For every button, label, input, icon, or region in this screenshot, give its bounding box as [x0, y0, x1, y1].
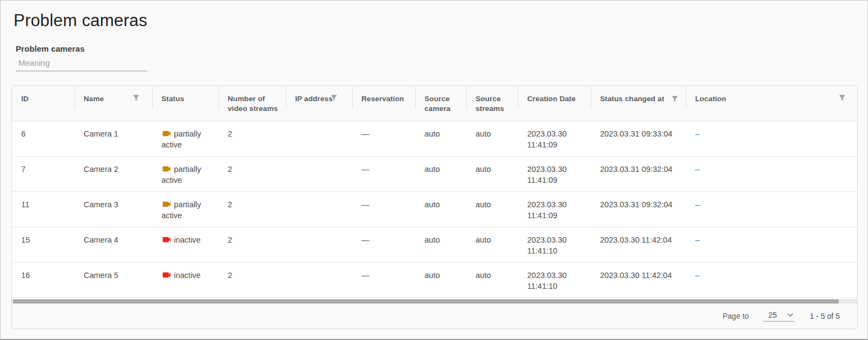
- cell-ip-address: [286, 156, 352, 191]
- column-header-reservation[interactable]: Reservation: [352, 86, 415, 121]
- column-header-label: Location: [695, 95, 726, 103]
- videocam-icon: [161, 199, 172, 209]
- cell-status: partially active: [152, 191, 218, 227]
- cell-reservation: —: [352, 121, 415, 156]
- cell-status-changed-at: 2023.03.31 09:32:04: [591, 191, 686, 227]
- filter-panel: Problem cameras: [16, 44, 867, 71]
- videocam-icon: [161, 234, 172, 245]
- cell-video-streams: 2: [218, 156, 286, 191]
- column-header-location[interactable]: Location: [686, 86, 858, 121]
- column-header-video-streams[interactable]: Number of video streams: [218, 86, 286, 121]
- cell-location: –: [686, 121, 858, 156]
- table-row: 7 Camera 2 partially active 2 — auto aut…: [12, 156, 858, 191]
- column-header-label: Source camera: [424, 95, 451, 113]
- cell-video-streams: 2: [218, 191, 286, 227]
- cell-status: inactive: [152, 227, 218, 262]
- cell-video-streams: 2: [218, 121, 286, 156]
- cell-creation-date: 2023.03.30 11:41:09: [518, 121, 591, 156]
- column-header-label: Status changed at: [600, 95, 664, 103]
- column-header-label: IP address: [295, 95, 333, 103]
- cell-status-changed-at: 2023.03.31 09:32:04: [591, 156, 686, 191]
- videocam-icon: [161, 270, 172, 280]
- cell-id: 15: [12, 227, 74, 262]
- cell-status: inactive: [152, 262, 218, 298]
- cell-source-camera: auto: [415, 191, 466, 227]
- cell-creation-date: 2023.03.30 11:41:09: [518, 191, 591, 227]
- location-link[interactable]: –: [695, 271, 700, 280]
- meaning-filter-input[interactable]: [16, 57, 147, 71]
- cell-source-camera: auto: [415, 121, 466, 156]
- status-text: inactive: [174, 236, 201, 244]
- table-row: 6 Camera 1 partially active 2 — auto aut…: [12, 121, 858, 156]
- pagination-range: 1 - 5 of 5: [810, 312, 840, 320]
- table-row: 16 Camera 5 inactive 2 — auto auto 2023.…: [12, 262, 858, 298]
- cell-reservation: —: [352, 262, 415, 298]
- filter-funnel-icon[interactable]: [330, 94, 338, 102]
- cell-name: Camera 5: [74, 262, 152, 298]
- location-link[interactable]: –: [695, 236, 700, 244]
- cell-id: 6: [12, 121, 74, 156]
- cell-creation-date: 2023.03.30 11:41:09: [518, 156, 591, 191]
- cell-ip-address: [286, 121, 352, 156]
- column-header-label: Name: [84, 95, 104, 103]
- cell-source-camera: auto: [415, 227, 466, 262]
- cell-status: partially active: [152, 156, 218, 191]
- pagination-bar: Page to 25 1 - 5 of 5: [12, 304, 857, 329]
- horizontal-scrollbar-thumb[interactable]: [13, 299, 839, 304]
- cell-id: 16: [12, 262, 74, 298]
- cell-source-streams: auto: [466, 227, 518, 262]
- location-link[interactable]: –: [695, 129, 700, 138]
- cell-source-streams: auto: [466, 191, 518, 227]
- problem-cameras-table: ID Name Status Number of video streams I…: [12, 86, 858, 298]
- cell-source-streams: auto: [466, 156, 518, 191]
- cell-source-camera: auto: [415, 262, 466, 298]
- filter-funnel-icon[interactable]: [671, 95, 679, 103]
- page-title: Problem cameras: [14, 10, 867, 31]
- cell-location: –: [686, 227, 858, 262]
- table-row: 11 Camera 3 partially active 2 — auto au…: [12, 191, 858, 227]
- page-size-select[interactable]: 25: [763, 311, 795, 322]
- cell-ip-address: [286, 227, 352, 262]
- cell-status: partially active: [152, 121, 218, 156]
- filter-funnel-icon[interactable]: [132, 94, 140, 102]
- column-header-creation-date[interactable]: Creation Date: [518, 86, 591, 121]
- cell-location: –: [686, 262, 858, 298]
- cell-source-camera: auto: [415, 156, 466, 191]
- status-text: inactive: [174, 271, 201, 280]
- cell-name: Camera 3: [74, 191, 152, 227]
- cell-source-streams: auto: [466, 262, 518, 298]
- cell-video-streams: 2: [218, 262, 286, 298]
- videocam-icon: [161, 128, 172, 139]
- cell-name: Camera 2: [74, 156, 152, 191]
- cell-video-streams: 2: [218, 227, 286, 262]
- cell-location: –: [686, 191, 858, 227]
- cell-reservation: —: [352, 156, 415, 191]
- page-to-label: Page to: [722, 312, 748, 320]
- column-header-label: Number of video streams: [228, 95, 278, 113]
- cell-creation-date: 2023.03.30 11:41:10: [518, 262, 591, 298]
- cell-status-changed-at: 2023.03.30 11:42:04: [591, 227, 686, 262]
- column-header-source-camera[interactable]: Source camera: [415, 86, 466, 121]
- cell-status-changed-at: 2023.03.31 09:33:04: [591, 121, 686, 156]
- cell-ip-address: [286, 262, 352, 298]
- cell-ip-address: [286, 191, 352, 227]
- cell-reservation: —: [352, 191, 415, 227]
- horizontal-scrollbar[interactable]: [12, 299, 857, 304]
- cell-source-streams: auto: [466, 121, 518, 156]
- location-link[interactable]: –: [695, 165, 700, 174]
- column-header-id[interactable]: ID: [12, 86, 74, 121]
- table-header-row: ID Name Status Number of video streams I…: [12, 86, 858, 121]
- column-header-status[interactable]: Status: [152, 86, 218, 121]
- column-header-ip-address[interactable]: IP address: [286, 86, 352, 121]
- filter-panel-label: Problem cameras: [16, 44, 867, 53]
- filter-funnel-icon[interactable]: [838, 94, 846, 102]
- column-header-source-streams[interactable]: Source streams: [466, 86, 518, 121]
- chevron-down-icon: [787, 313, 794, 317]
- column-header-name[interactable]: Name: [74, 86, 152, 121]
- column-header-label: ID: [21, 95, 29, 103]
- column-header-status-changed-at[interactable]: Status changed at: [591, 86, 686, 121]
- cell-status-changed-at: 2023.03.30 11:42:04: [591, 262, 686, 298]
- location-link[interactable]: –: [695, 200, 700, 209]
- column-header-label: Status: [161, 95, 184, 103]
- table-row: 15 Camera 4 inactive 2 — auto auto 2023.…: [12, 227, 858, 262]
